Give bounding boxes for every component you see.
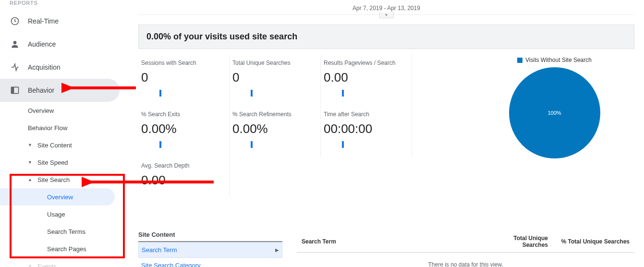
site-content-heading: Site Content (138, 231, 282, 242)
results-table-panel: Search Term Total Unique Searches % Tota… (297, 231, 634, 267)
person-icon (10, 39, 20, 49)
reports-section-label: REPORTS (0, 0, 124, 10)
clock-icon (10, 16, 20, 26)
metric-total-unique-searches[interactable]: Total Unique Searches 0 (230, 55, 321, 106)
sparkline (141, 90, 189, 97)
sparkline (324, 141, 372, 148)
metric-search-refinements[interactable]: % Search Refinements 0.00% (230, 106, 321, 158)
sparkline (324, 90, 372, 97)
svg-rect-3 (12, 87, 14, 93)
subnav-site-content[interactable]: ▼Site Content (0, 136, 115, 154)
tab-search-term[interactable]: Search Term ▶ (138, 242, 282, 258)
pie-center-label: 100% (547, 110, 561, 116)
chevron-up-icon: ▲ (28, 177, 32, 182)
subnav-site-search[interactable]: ▲Site Search (0, 171, 115, 188)
metrics-grid: Sessions with Search 0 Total Unique Sear… (138, 55, 474, 197)
col-search-term[interactable]: Search Term (297, 231, 495, 253)
subnav-site-speed[interactable]: ▼Site Speed (0, 154, 115, 171)
nav-item-behavior[interactable]: Behavior (0, 79, 120, 102)
chevron-down-icon: ▼ (28, 143, 32, 147)
sparkline (232, 90, 280, 97)
legend-swatch (517, 58, 522, 63)
sidebar: REPORTS Real-Time Audience Acquisition B… (0, 0, 125, 267)
nav-item-realtime[interactable]: Real-Time (0, 10, 120, 33)
chevron-right-icon: ▶ (275, 247, 279, 253)
pie-chart[interactable]: 100% (509, 67, 600, 158)
chart-legend: Visits Without Site Search (474, 57, 634, 63)
subnav-events[interactable]: ▼Events (0, 257, 115, 267)
date-range-text: Apr 7, 2019 - Apr 13, 2019 (352, 5, 420, 12)
metric-time-after-search[interactable]: Time after Search 00:00:00 (321, 106, 412, 158)
main-content: Apr 7, 2019 - Apr 13, 2019 ▼ 0.00% of yo… (125, 0, 644, 267)
empty-state-text: There is no data for this view. (297, 253, 634, 267)
subnav3-overview[interactable]: Overview (0, 188, 115, 206)
subnav3-usage[interactable]: Usage (0, 206, 115, 223)
summary-header: 0.00% of your visits used site search (138, 24, 634, 49)
sparkline (232, 141, 280, 148)
nav-label: Audience (28, 40, 56, 48)
col-pct-total-unique-searches[interactable]: % Total Unique Searches (553, 231, 634, 253)
date-range-bar: Apr 7, 2019 - Apr 13, 2019 ▼ (138, 0, 634, 15)
sparkline (141, 141, 189, 148)
nav-item-acquisition[interactable]: Acquisition (0, 56, 120, 79)
subnav3-search-terms[interactable]: Search Terms (0, 223, 115, 240)
pie-chart-panel: Visits Without Site Search 100% (474, 55, 634, 197)
results-table: Search Term Total Unique Searches % Tota… (297, 231, 634, 267)
nav-label: Real-Time (28, 17, 59, 25)
metric-avg-search-depth[interactable]: Avg. Search Depth 0.00 (138, 158, 230, 197)
subnav-overview[interactable]: Overview (0, 102, 115, 119)
chevron-down-icon: ▼ (28, 160, 32, 165)
svg-point-1 (13, 41, 17, 44)
metric-results-pageviews-search[interactable]: Results Pageviews / Search 0.00 (321, 55, 412, 106)
metric-sessions-with-search[interactable]: Sessions with Search 0 (138, 55, 230, 106)
subnav-behavior-flow[interactable]: Behavior Flow (0, 119, 115, 136)
site-content-tabs: Site Content Search Term ▶ Site Search C… (138, 231, 282, 267)
tab-site-search-category[interactable]: Site Search Category (138, 258, 282, 267)
col-total-unique-searches[interactable]: Total Unique Searches (495, 231, 553, 253)
chevron-down-icon: ▼ (28, 264, 32, 267)
nav-label: Acquisition (28, 63, 61, 71)
metric-search-exits[interactable]: % Search Exits 0.00% (138, 106, 230, 158)
subnav3-search-pages[interactable]: Search Pages (0, 240, 115, 257)
date-range-toggle[interactable]: ▼ (379, 12, 394, 18)
behavior-icon (10, 85, 20, 96)
acquisition-icon (10, 62, 20, 73)
nav-item-audience[interactable]: Audience (0, 33, 120, 56)
nav-label: Behavior (28, 86, 54, 94)
